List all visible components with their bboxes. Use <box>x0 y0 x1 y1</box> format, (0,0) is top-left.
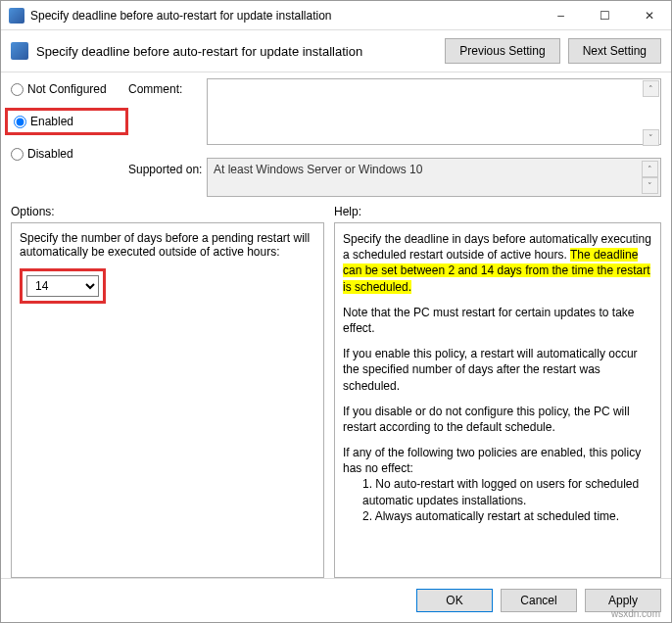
comment-textarea[interactable] <box>207 78 661 145</box>
supported-on-field: At least Windows Server or Windows 10 ˄ … <box>207 158 661 197</box>
radio-not-configured-input[interactable] <box>11 83 24 96</box>
radio-disabled-input[interactable] <box>11 148 24 161</box>
app-icon <box>9 8 24 24</box>
policy-header: Specify deadline before auto-restart for… <box>1 30 671 72</box>
radio-not-configured[interactable]: Not Configured <box>11 82 128 96</box>
dialog-footer: OK Cancel Apply <box>1 578 671 622</box>
policy-icon <box>11 42 28 60</box>
next-setting-button[interactable]: Next Setting <box>568 38 661 64</box>
scroll-up-icon[interactable]: ˄ <box>643 80 659 97</box>
supported-label: Supported on: <box>128 163 207 176</box>
option-description: Specify the number of days before a pend… <box>20 231 315 259</box>
watermark: wsxdn.com <box>611 608 660 619</box>
title-bar: Specify deadline before auto-restart for… <box>1 1 671 30</box>
days-select-highlight: 14 <box>20 268 106 304</box>
radio-disabled[interactable]: Disabled <box>11 147 128 161</box>
days-select[interactable]: 14 <box>26 275 99 297</box>
radio-not-configured-label: Not Configured <box>27 82 107 96</box>
previous-setting-button[interactable]: Previous Setting <box>445 38 559 64</box>
radio-disabled-label: Disabled <box>27 147 73 161</box>
help-item-2: 2. Always automatically restart at sched… <box>343 508 652 524</box>
help-paragraph-2: Note that the PC must restart for certai… <box>343 305 652 336</box>
radio-enabled-input[interactable] <box>14 116 26 128</box>
options-panel: Specify the number of days before a pend… <box>11 222 324 578</box>
scroll-down-icon[interactable]: ˅ <box>643 129 659 146</box>
minimize-button[interactable]: – <box>539 1 583 29</box>
ok-button[interactable]: OK <box>416 589 493 612</box>
radio-enabled-label: Enabled <box>30 115 73 128</box>
help-paragraph-1: Specify the deadline in days before auto… <box>343 231 652 295</box>
help-paragraph-4: If you disable or do not configure this … <box>343 404 652 435</box>
help-panel: Specify the deadline in days before auto… <box>334 222 661 578</box>
help-paragraph-5: If any of the following two policies are… <box>343 445 652 524</box>
options-label: Options: <box>11 205 324 218</box>
comment-label: Comment: <box>128 82 207 96</box>
close-button[interactable]: ✕ <box>627 1 671 29</box>
maximize-button[interactable]: ☐ <box>583 1 627 29</box>
help-paragraph-3: If you enable this policy, a restart wil… <box>343 346 652 394</box>
cancel-button[interactable]: Cancel <box>501 589 577 612</box>
scroll-up-icon[interactable]: ˄ <box>642 161 658 177</box>
policy-title: Specify deadline before auto-restart for… <box>36 44 437 59</box>
supported-on-text: At least Windows Server or Windows 10 <box>214 163 422 176</box>
window-title: Specify deadline before auto-restart for… <box>30 9 539 23</box>
help-label: Help: <box>334 205 361 218</box>
scroll-down-icon[interactable]: ˅ <box>642 177 658 194</box>
help-item-1: 1. No auto-restart with logged on users … <box>343 476 652 507</box>
radio-enabled[interactable]: Enabled <box>5 108 128 135</box>
